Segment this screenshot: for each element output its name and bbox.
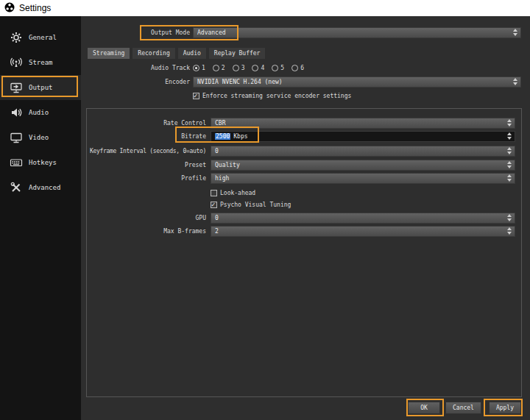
output-settings-page: Output Mode Advanced Streaming Recording… xyxy=(81,16,530,420)
apply-button[interactable]: Apply xyxy=(489,402,521,414)
gpu-value: 0 xyxy=(215,215,219,221)
dialog-footer: OK Cancel Apply xyxy=(408,402,521,414)
enforce-settings-checkbox[interactable]: Enforce streaming service encoder settin… xyxy=(193,93,351,99)
keyframe-interval-value: 0 xyxy=(215,148,219,154)
preset-value: Quality xyxy=(215,162,240,168)
chevron-updown-icon xyxy=(504,161,512,168)
profile-select[interactable]: high xyxy=(211,173,515,184)
sidebar-item-label: Advanced xyxy=(29,184,60,191)
audio-track-option-2[interactable]: 2 xyxy=(213,65,225,71)
output-mode-label: Output Mode xyxy=(81,29,190,36)
sidebar-item-label: Output xyxy=(29,84,53,91)
enforce-settings-label: Enforce streaming service encoder settin… xyxy=(202,93,351,99)
radio-icon xyxy=(233,65,239,71)
rate-control-select[interactable]: CBR xyxy=(211,118,515,129)
output-mode-value: Advanced xyxy=(197,29,226,36)
sidebar-item-label: Stream xyxy=(29,59,53,66)
radio-icon xyxy=(272,65,278,71)
look-ahead-checkbox[interactable]: Look-ahead xyxy=(211,190,255,196)
tab-streaming[interactable]: Streaming xyxy=(87,47,130,59)
tab-recording[interactable]: Recording xyxy=(132,47,175,59)
profile-label: Profile xyxy=(181,175,206,182)
gpu-input[interactable]: 0 xyxy=(211,213,515,224)
monitor-icon xyxy=(10,131,23,144)
preset-label: Preset xyxy=(185,162,206,168)
ok-button[interactable]: OK xyxy=(408,402,440,414)
gpu-row: GPU 0 xyxy=(87,212,521,224)
radio-icon xyxy=(292,65,298,71)
audio-track-option-3[interactable]: 3 xyxy=(233,65,245,71)
max-b-frames-row: Max B-frames 2 xyxy=(87,225,521,237)
radio-icon xyxy=(193,65,199,71)
sidebar-item-audio[interactable]: Audio xyxy=(0,100,81,125)
audio-track-option-6[interactable]: 6 xyxy=(292,65,304,71)
audio-track-option-5[interactable]: 5 xyxy=(272,65,284,71)
sidebar-item-label: General xyxy=(29,34,57,41)
bitrate-input[interactable]: 2500 Kbps xyxy=(211,131,515,142)
output-icon xyxy=(10,81,23,94)
sidebar-item-output[interactable]: Output xyxy=(0,75,81,100)
gear-icon xyxy=(10,31,23,44)
radio-icon xyxy=(252,65,258,71)
encoder-row: Encoder NVIDIA NVENC H.264 (new) xyxy=(81,76,530,88)
sidebar: General Stream Output xyxy=(0,16,81,420)
rate-control-row: Rate Control CBR xyxy=(87,117,521,129)
output-tabs: Streaming Recording Audio Replay Buffer xyxy=(87,47,266,59)
tab-audio[interactable]: Audio xyxy=(177,47,207,59)
keyframe-interval-label: Keyframe Interval (seconds, 0=auto) xyxy=(90,148,206,154)
antenna-icon xyxy=(10,56,23,69)
profile-value: high xyxy=(215,175,229,182)
max-b-frames-label: Max B-frames xyxy=(163,228,206,235)
look-ahead-label: Look-ahead xyxy=(220,190,255,196)
window-title: Settings xyxy=(19,3,51,13)
output-mode-select[interactable]: Advanced xyxy=(193,27,521,38)
spinner-updown-icon[interactable] xyxy=(504,214,512,221)
titlebar: Settings xyxy=(0,0,530,16)
psycho-visual-tuning-label: Psycho Visual Tuning xyxy=(220,202,291,208)
encoder-settings-group: Rate Control CBR Bitrate 2500 Kbps xyxy=(86,108,522,397)
look-ahead-row: Look-ahead xyxy=(87,187,521,199)
audio-track-row: Audio Track 1 2 3 4 5 6 xyxy=(81,62,530,74)
audio-track-option-4[interactable]: 4 xyxy=(252,65,264,71)
keyframe-interval-input[interactable]: 0 xyxy=(211,146,515,157)
cancel-button[interactable]: Cancel xyxy=(445,402,481,414)
speaker-icon xyxy=(10,106,23,119)
sidebar-item-stream[interactable]: Stream xyxy=(0,50,81,75)
preset-row: Preset Quality xyxy=(87,159,521,171)
max-b-frames-value: 2 xyxy=(215,228,219,235)
encoder-select[interactable]: NVIDIA NVENC H.264 (new) xyxy=(193,76,521,88)
checkbox-checked-icon xyxy=(211,202,217,208)
gpu-label: GPU xyxy=(196,215,206,221)
spinner-updown-icon[interactable] xyxy=(504,147,512,154)
max-b-frames-input[interactable]: 2 xyxy=(211,226,515,237)
output-mode-row: Output Mode Advanced xyxy=(81,26,530,38)
rate-control-label: Rate Control xyxy=(163,120,206,127)
audio-track-option-1[interactable]: 1 xyxy=(193,65,205,71)
tab-replay-buffer[interactable]: Replay Buffer xyxy=(208,47,266,59)
sidebar-item-label: Hotkeys xyxy=(29,159,57,166)
checkbox-unchecked-icon xyxy=(211,190,217,196)
sidebar-item-hotkeys[interactable]: Hotkeys xyxy=(0,150,81,175)
sidebar-item-advanced[interactable]: Advanced xyxy=(0,175,81,200)
spinner-updown-icon[interactable] xyxy=(504,227,512,235)
spinner-updown-icon[interactable] xyxy=(504,132,512,140)
keyboard-icon xyxy=(10,156,23,169)
audio-track-label: Audio Track xyxy=(81,65,190,71)
sidebar-item-general[interactable]: General xyxy=(0,25,81,50)
radio-icon xyxy=(213,65,219,71)
psycho-visual-tuning-row: Psycho Visual Tuning xyxy=(87,199,521,210)
obs-logo-icon xyxy=(4,2,15,14)
chevron-updown-icon xyxy=(510,78,517,85)
chevron-updown-icon xyxy=(504,174,512,182)
sidebar-item-video[interactable]: Video xyxy=(0,125,81,150)
psycho-visual-tuning-checkbox[interactable]: Psycho Visual Tuning xyxy=(211,202,291,208)
checkbox-checked-icon xyxy=(193,93,199,99)
profile-row: Profile high xyxy=(87,172,521,184)
bitrate-row: Bitrate 2500 Kbps xyxy=(87,130,521,142)
encoder-label: Encoder xyxy=(81,79,190,85)
preset-select[interactable]: Quality xyxy=(211,160,515,171)
encoder-value: NVIDIA NVENC H.264 (new) xyxy=(197,79,283,85)
bitrate-unit: Kbps xyxy=(233,133,247,140)
sidebar-item-label: Video xyxy=(29,134,49,141)
bitrate-value: 2500 xyxy=(215,133,230,140)
